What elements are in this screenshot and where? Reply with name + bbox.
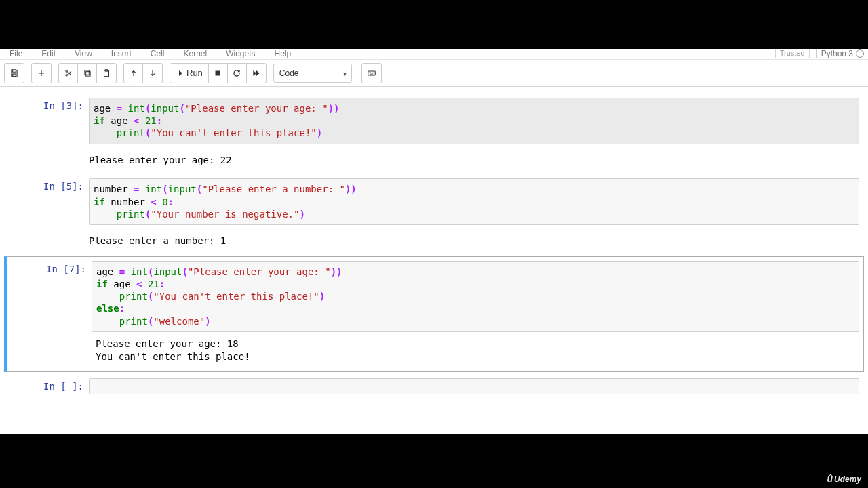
run-step-icon xyxy=(176,69,184,77)
svg-rect-3 xyxy=(84,70,88,74)
output-area: Please enter a number: 1 xyxy=(89,232,859,250)
notebook-container[interactable]: In [3]:age = int(input("Please enter you… xyxy=(0,87,868,434)
plus-icon xyxy=(37,68,46,78)
jupyter-notebook-app: File Edit View Insert Cell Kernel Widget… xyxy=(0,49,868,434)
fast-forward-icon xyxy=(252,68,261,78)
letterbox-bottom: Udemy xyxy=(0,434,868,488)
paste-button[interactable] xyxy=(97,64,116,83)
interrupt-button[interactable] xyxy=(209,64,228,83)
trusted-badge[interactable]: Trusted xyxy=(775,49,810,58)
svg-rect-2 xyxy=(85,71,90,75)
input-prompt: In [ ]: xyxy=(9,378,89,394)
run-button[interactable]: Run xyxy=(170,64,209,83)
move-up-button[interactable] xyxy=(124,64,143,83)
move-down-button[interactable] xyxy=(143,64,162,83)
menu-help[interactable]: Help xyxy=(275,49,292,58)
output-area: Please enter your age: 18 You can't ente… xyxy=(96,335,855,366)
input-prompt: In [5]: xyxy=(9,178,89,225)
celltype-select[interactable]: Code xyxy=(273,64,352,83)
output-row: Please enter your age: 22 xyxy=(4,150,864,173)
code-cell[interactable]: In [7]:age = int(input("Please enter you… xyxy=(4,256,864,372)
save-button[interactable] xyxy=(5,64,24,83)
menu-insert[interactable]: Insert xyxy=(111,49,132,58)
insert-cell-below-button[interactable] xyxy=(32,64,51,83)
celltype-select-wrap: Code xyxy=(269,64,352,83)
arrow-up-icon xyxy=(129,68,138,78)
code-input[interactable]: age = int(input("Please enter your age: … xyxy=(89,98,859,144)
kernel-indicator[interactable]: Python 3 xyxy=(816,49,864,58)
output-area: Please enter your age: 22 xyxy=(89,151,859,169)
menu-cell[interactable]: Cell xyxy=(151,49,165,58)
stop-icon xyxy=(213,68,222,78)
code-cell[interactable]: In [3]:age = int(input("Please enter you… xyxy=(4,94,864,148)
paste-icon xyxy=(102,68,111,78)
copy-button[interactable] xyxy=(78,64,97,83)
menubar: File Edit View Insert Cell Kernel Widget… xyxy=(0,49,868,60)
cut-button[interactable] xyxy=(59,64,78,83)
code-input[interactable] xyxy=(89,378,859,394)
kernel-name-label: Python 3 xyxy=(821,49,853,58)
toolbar: Run Code xyxy=(0,60,868,87)
restart-icon xyxy=(232,68,241,78)
svg-rect-7 xyxy=(368,71,376,75)
svg-point-1 xyxy=(65,74,66,75)
udemy-watermark: Udemy xyxy=(827,473,861,484)
arrow-down-icon xyxy=(148,68,157,78)
output-row: Please enter a number: 1 xyxy=(4,231,864,253)
code-cell[interactable]: In [ ]: xyxy=(4,375,864,398)
menu-kernel[interactable]: Kernel xyxy=(184,49,208,58)
menu-widgets[interactable]: Widgets xyxy=(226,49,255,58)
menu-view[interactable]: View xyxy=(75,49,92,58)
restart-button[interactable] xyxy=(228,64,247,83)
code-cell[interactable]: In [5]:number = int(input("Please enter … xyxy=(4,175,864,228)
code-input[interactable]: number = int(input("Please enter a numbe… xyxy=(89,178,859,225)
input-prompt: In [7]: xyxy=(12,261,92,332)
scissors-icon xyxy=(64,68,73,78)
menu-file[interactable]: File xyxy=(9,49,22,58)
keyboard-icon xyxy=(367,68,376,78)
run-button-label: Run xyxy=(186,68,203,78)
input-prompt: In [3]: xyxy=(9,98,89,144)
command-palette-button[interactable] xyxy=(362,64,381,83)
menu-edit[interactable]: Edit xyxy=(41,49,56,58)
svg-point-0 xyxy=(65,70,66,71)
kernel-idle-icon xyxy=(856,49,864,58)
svg-rect-6 xyxy=(216,70,220,75)
save-icon xyxy=(9,68,19,78)
restart-run-all-button[interactable] xyxy=(247,64,266,83)
letterbox-top xyxy=(0,0,868,49)
copy-icon xyxy=(83,68,92,78)
code-input[interactable]: age = int(input("Please enter your age: … xyxy=(92,261,859,332)
